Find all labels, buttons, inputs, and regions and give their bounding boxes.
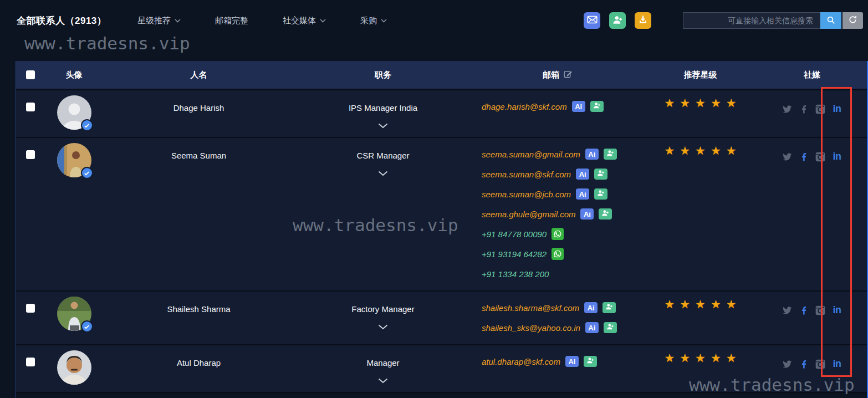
avatar[interactable] <box>57 143 91 177</box>
ai-badge[interactable]: Ai <box>576 188 589 200</box>
facebook-icon[interactable] <box>798 358 810 370</box>
table-body: Dhage Harish IPS Manager India dhage.har… <box>16 90 867 393</box>
star-rating: ★★★★★ <box>656 299 745 309</box>
contact-name: Atul Dharap <box>177 358 221 368</box>
contact-name: Shailesh Sharma <box>167 304 230 314</box>
column-stars: 推荐星级 <box>644 70 757 80</box>
star-icon: ★ <box>726 98 737 108</box>
email-line: seema.ghule@gmail.com Ai <box>482 207 644 221</box>
row-checkbox[interactable] <box>26 150 35 159</box>
column-name: 人名 <box>103 70 294 80</box>
add-contact-badge[interactable] <box>603 302 616 313</box>
instagram-icon[interactable] <box>815 304 826 316</box>
twitter-icon[interactable] <box>782 151 793 162</box>
whatsapp-icon[interactable] <box>552 228 564 240</box>
avatar[interactable] <box>57 95 91 130</box>
nav-star-recommend[interactable]: 星级推荐 <box>137 16 181 26</box>
contact-name: Seema Suman <box>171 151 226 160</box>
email-line: seema.suman@gmail.com Ai <box>482 147 644 161</box>
nav-social-media[interactable]: 社交媒体 <box>283 16 326 26</box>
linkedin-icon[interactable]: in <box>831 358 843 370</box>
table-row: Atul Dharap Manager atul.dharap@skf.com … <box>16 345 867 393</box>
star-icon: ★ <box>726 145 737 156</box>
nav-email-complete[interactable]: 邮箱完整 <box>215 16 248 26</box>
refresh-button[interactable] <box>843 12 863 29</box>
email-address[interactable]: dhage.harish@skf.com <box>482 102 567 111</box>
add-contact-badge[interactable] <box>594 188 607 200</box>
column-avatar: 头像 <box>45 70 103 80</box>
star-icon: ★ <box>664 353 675 363</box>
twitter-icon[interactable] <box>782 358 793 370</box>
instagram-icon[interactable] <box>815 151 826 162</box>
email-address[interactable]: seema.suman@gmail.com <box>482 150 580 159</box>
star-icon: ★ <box>680 98 690 108</box>
download-button[interactable] <box>635 12 651 29</box>
linkedin-icon[interactable]: in <box>831 304 843 316</box>
star-icon: ★ <box>711 145 721 156</box>
phone-line: +91 84778 00090 <box>482 227 644 241</box>
twitter-icon[interactable] <box>782 103 793 115</box>
add-contact-badge[interactable] <box>604 322 617 333</box>
avatar[interactable] <box>57 350 91 385</box>
email-address[interactable]: atul.dharap@skf.com <box>482 357 560 366</box>
whatsapp-icon[interactable] <box>552 248 564 260</box>
linkedin-icon[interactable]: in <box>831 151 843 162</box>
add-contact-badge[interactable] <box>604 149 617 160</box>
facebook-icon[interactable] <box>798 103 810 115</box>
email-address[interactable]: shailesh_sks@yahoo.co.in <box>482 323 580 333</box>
add-contact-button[interactable] <box>609 12 626 29</box>
edit-icon[interactable] <box>563 69 573 80</box>
add-contact-badge[interactable] <box>590 101 604 112</box>
facebook-icon[interactable] <box>798 304 810 316</box>
email-address[interactable]: seema.suman@skf.com <box>482 170 571 179</box>
avatar-photo <box>57 350 91 385</box>
row-checkbox[interactable] <box>26 103 35 111</box>
facebook-icon[interactable] <box>798 151 810 162</box>
nav-procurement[interactable]: 采购 <box>360 16 387 26</box>
add-contact-badge[interactable] <box>594 169 607 180</box>
avatar[interactable] <box>57 297 91 331</box>
ai-badge[interactable]: Ai <box>585 322 599 333</box>
chevron-down-icon <box>381 19 387 23</box>
ai-badge[interactable]: Ai <box>572 101 585 112</box>
ai-badge[interactable]: Ai <box>580 208 594 220</box>
column-position: 职务 <box>294 70 472 80</box>
row-checkbox[interactable] <box>26 358 35 366</box>
instagram-icon[interactable] <box>815 358 826 370</box>
star-icon: ★ <box>664 299 675 309</box>
star-icon: ★ <box>695 299 706 309</box>
ai-badge[interactable]: Ai <box>584 302 598 313</box>
email-address[interactable]: shailesh.sharma@skf.com <box>482 303 579 313</box>
star-rating: ★★★★★ <box>656 98 745 108</box>
toolbar-actions <box>584 12 651 29</box>
chevron-down-icon <box>320 19 326 23</box>
email-line: dhage.harish@skf.com Ai <box>482 100 644 113</box>
search-button[interactable] <box>820 12 841 29</box>
star-icon: ★ <box>711 353 721 363</box>
expand-chevron-icon[interactable] <box>378 376 388 385</box>
instagram-icon[interactable] <box>815 103 826 115</box>
star-icon: ★ <box>726 353 737 363</box>
contact-lines: shailesh.sharma@skf.com Ai shailesh_sks@… <box>482 301 644 334</box>
linkedin-icon[interactable]: in <box>831 103 843 115</box>
select-all-checkbox[interactable] <box>26 70 35 79</box>
filter-nav: 星级推荐 邮箱完整 社交媒体 采购 <box>137 16 387 26</box>
ai-badge[interactable]: Ai <box>576 169 589 180</box>
ai-badge[interactable]: Ai <box>565 356 579 367</box>
add-contact-badge[interactable] <box>584 356 597 367</box>
email-address[interactable]: seema.suman@jcb.com <box>482 190 571 199</box>
row-checkbox[interactable] <box>26 304 35 313</box>
ai-badge[interactable]: Ai <box>585 149 599 160</box>
search-input[interactable] <box>683 12 820 29</box>
expand-chevron-icon[interactable] <box>378 169 388 178</box>
contact-lines: seema.suman@gmail.com Ai seema.suman@skf… <box>482 147 644 280</box>
expand-chevron-icon[interactable] <box>378 121 388 130</box>
person-add-icon <box>606 149 614 159</box>
twitter-icon[interactable] <box>782 304 793 316</box>
expand-chevron-icon[interactable] <box>378 322 388 331</box>
send-mail-button[interactable] <box>584 12 600 29</box>
email-address[interactable]: seema.ghule@gmail.com <box>482 210 575 219</box>
add-contact-badge[interactable] <box>599 208 612 220</box>
search-bar <box>683 12 863 29</box>
verified-badge-icon <box>81 320 93 333</box>
